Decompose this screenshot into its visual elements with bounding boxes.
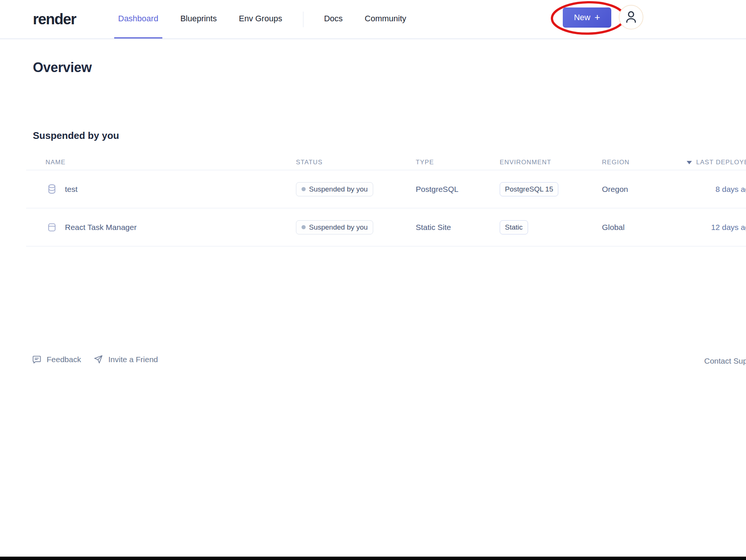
footer-links: Feedback Invite a Friend bbox=[32, 355, 158, 364]
static-site-icon bbox=[48, 223, 56, 232]
service-type: Static Site bbox=[416, 223, 500, 232]
service-type: PostgreSQL bbox=[416, 185, 500, 194]
environment-badge: Static bbox=[500, 220, 528, 234]
column-header-environment: ENVIRONMENT bbox=[500, 159, 602, 166]
app-viewport: render Dashboard Blueprints Env Groups D… bbox=[0, 0, 746, 560]
status-dot-icon bbox=[302, 187, 306, 191]
column-header-last-deployed-label: LAST DEPLOYED bbox=[696, 159, 746, 166]
contact-support-link[interactable]: Contact Support bbox=[704, 355, 746, 367]
column-header-region: REGION bbox=[602, 159, 690, 166]
section-title: Suspended by you bbox=[33, 130, 119, 141]
table-row[interactable]: test Suspended by you PostgreSQL Postgre… bbox=[26, 170, 746, 208]
account-avatar-button[interactable] bbox=[619, 5, 643, 29]
status-badge: Suspended by you bbox=[296, 182, 373, 196]
status-dot-icon bbox=[302, 225, 306, 229]
page-title: Overview bbox=[33, 60, 92, 75]
render-logo[interactable]: render bbox=[33, 11, 76, 28]
service-name[interactable]: React Task Manager bbox=[65, 223, 137, 232]
service-name[interactable]: test bbox=[65, 185, 78, 194]
invite-a-friend-label: Invite a Friend bbox=[108, 355, 158, 364]
last-deployed-value: 8 days ago bbox=[690, 185, 746, 194]
database-icon bbox=[48, 184, 56, 194]
feedback-label: Feedback bbox=[47, 355, 81, 364]
nav-dashboard[interactable]: Dashboard bbox=[114, 0, 163, 38]
environment-label: Static bbox=[505, 223, 523, 231]
nav-blueprints[interactable]: Blueprints bbox=[176, 0, 221, 38]
nav-env-groups[interactable]: Env Groups bbox=[235, 0, 286, 38]
invite-a-friend-link[interactable]: Invite a Friend bbox=[94, 355, 158, 364]
environment-badge: PostgreSQL 15 bbox=[500, 182, 558, 196]
sort-descending-icon bbox=[687, 161, 692, 164]
send-icon bbox=[94, 355, 103, 364]
new-button[interactable]: New + bbox=[563, 7, 611, 28]
column-header-last-deployed[interactable]: LAST DEPLOYED bbox=[690, 159, 746, 166]
bottom-bar bbox=[0, 557, 746, 560]
feedback-icon bbox=[32, 355, 41, 364]
table-header-row: NAME STATUS TYPE ENVIRONMENT REGION LAST… bbox=[26, 155, 746, 170]
last-deployed-value: 12 days ago bbox=[690, 223, 746, 232]
table-row[interactable]: React Task Manager Suspended by you Stat… bbox=[26, 208, 746, 246]
status-label: Suspended by you bbox=[309, 223, 368, 231]
services-table: NAME STATUS TYPE ENVIRONMENT REGION LAST… bbox=[26, 155, 746, 246]
feedback-link[interactable]: Feedback bbox=[32, 355, 81, 364]
nav-divider bbox=[303, 12, 303, 27]
column-header-status: STATUS bbox=[296, 159, 416, 166]
column-header-name: NAME bbox=[26, 159, 296, 166]
service-region: Global bbox=[602, 223, 690, 232]
service-region: Oregon bbox=[602, 185, 690, 194]
plus-icon: + bbox=[594, 12, 600, 23]
status-badge: Suspended by you bbox=[296, 220, 373, 234]
nav-docs[interactable]: Docs bbox=[320, 0, 347, 38]
column-header-type: TYPE bbox=[416, 159, 500, 166]
status-label: Suspended by you bbox=[309, 185, 368, 193]
environment-label: PostgreSQL 15 bbox=[505, 185, 553, 193]
nav-community[interactable]: Community bbox=[360, 0, 410, 38]
person-icon bbox=[624, 10, 638, 24]
new-button-label: New bbox=[574, 13, 590, 22]
